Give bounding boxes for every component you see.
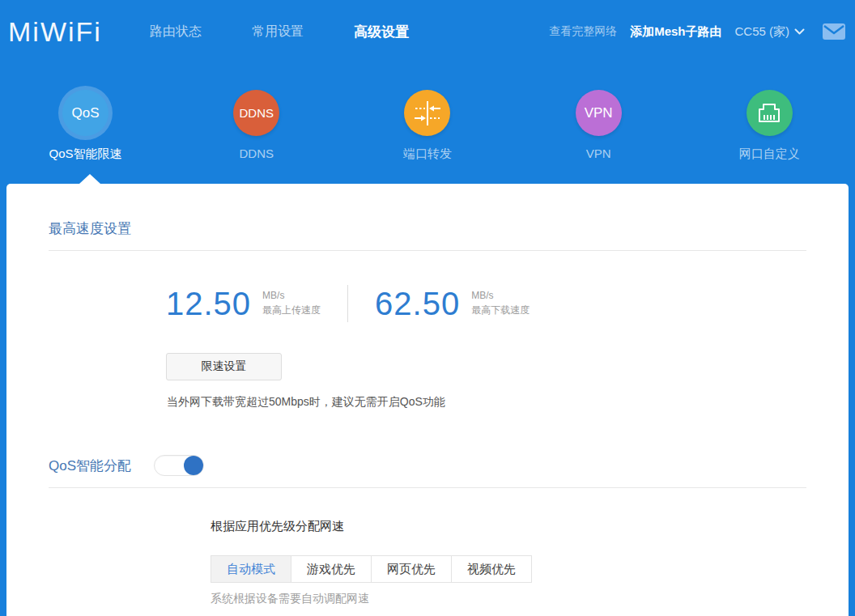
qos-icon-text: QoS	[72, 105, 100, 121]
content-card: 最高速度设置 12.50 MB/s 最高上传速度 62.50 MB/s 最高下载…	[6, 184, 849, 616]
icon-nav-ddns-label: DDNS	[240, 147, 274, 160]
view-full-network-link[interactable]: 查看完整网络	[549, 24, 617, 39]
nav-router-status[interactable]: 路由状态	[150, 23, 202, 40]
top-navbar: MiWiFi 路由状态 常用设置 高级设置 查看完整网络 添加Mesh子路由 C…	[0, 0, 855, 63]
icon-nav-ddns[interactable]: DDNS DDNS	[171, 63, 342, 160]
icon-nav-port-forward[interactable]: 端口转发	[342, 63, 513, 162]
download-speed-value: 62.50	[375, 286, 460, 322]
add-mesh-link[interactable]: 添加Mesh子路由	[630, 24, 721, 40]
nav-common-settings[interactable]: 常用设置	[252, 23, 304, 40]
upload-speed-block: 12.50 MB/s 最高上传速度	[166, 286, 321, 322]
icon-nav-vpn[interactable]: VPN VPN	[513, 63, 684, 160]
priority-mode-tabs: 自动模式 游戏优先 网页优先 视频优先	[211, 555, 806, 583]
icon-nav-ethernet-label: 网口自定义	[739, 147, 800, 162]
ethernet-port-icon	[747, 90, 793, 136]
allocation-subtitle: 根据应用优先级分配网速	[211, 519, 806, 534]
icon-nav-port-forward-label: 端口转发	[403, 147, 452, 162]
speed-row: 12.50 MB/s 最高上传速度 62.50 MB/s 最高下载速度	[166, 285, 806, 322]
speed-note: 当外网下载带宽超过50Mbps时，建议无需开启QoS功能	[167, 395, 806, 410]
download-speed-unit: MB/s	[471, 290, 530, 301]
icon-nav-qos[interactable]: QoS QoS智能限速	[0, 63, 171, 162]
icon-nav-vpn-label: VPN	[586, 147, 611, 160]
tab-web-priority[interactable]: 网页优先	[371, 555, 452, 583]
speed-section-title: 最高速度设置	[49, 184, 806, 238]
device-selector[interactable]: CC55 (家)	[734, 24, 805, 40]
qos-allocation-header: QoS智能分配	[49, 455, 806, 476]
tab-video-priority[interactable]: 视频优先	[451, 555, 532, 583]
upload-speed-value: 12.50	[166, 286, 251, 322]
divider	[49, 250, 806, 251]
icon-nav-qos-label: QoS智能限速	[49, 147, 122, 162]
vpn-icon-text: VPN	[585, 105, 613, 121]
vertical-divider	[347, 285, 348, 322]
miwifi-logo: MiWiFi	[8, 16, 150, 48]
divider	[49, 487, 806, 488]
ddns-icon-text: DDNS	[240, 106, 274, 120]
qos-section-title: QoS智能分配	[49, 457, 131, 475]
icon-nav-ethernet[interactable]: 网口自定义	[684, 63, 855, 162]
download-speed-block: 62.50 MB/s 最高下载速度	[375, 286, 530, 322]
upload-speed-caption: 最高上传速度	[262, 304, 321, 317]
upload-speed-unit: MB/s	[262, 290, 321, 301]
qos-icon: QoS	[62, 90, 108, 136]
nav-advanced-settings[interactable]: 高级设置	[354, 23, 409, 41]
ddns-icon: DDNS	[233, 90, 279, 136]
topbar-right: 查看完整网络 添加Mesh子路由 CC55 (家)	[549, 23, 845, 40]
card-notch	[79, 174, 100, 184]
qos-toggle[interactable]	[154, 455, 204, 476]
vpn-icon: VPN	[576, 90, 622, 136]
tabs-caption: 系统根据设备需要自动调配网速	[211, 592, 806, 606]
device-name: CC55 (家)	[734, 24, 789, 40]
speed-limit-button[interactable]: 限速设置	[166, 353, 282, 380]
main-nav: 路由状态 常用设置 高级设置	[150, 23, 409, 41]
advanced-settings-icon-nav: QoS QoS智能限速 DDNS DDNS 端口转发 VPN VPN	[0, 63, 855, 184]
qos-toggle-knob	[184, 456, 203, 475]
port-forward-icon	[404, 90, 450, 136]
download-speed-caption: 最高下载速度	[471, 304, 530, 317]
tab-game-priority[interactable]: 游戏优先	[291, 555, 372, 583]
mail-icon[interactable]	[823, 23, 845, 40]
chevron-down-icon	[794, 28, 805, 36]
tab-auto-mode[interactable]: 自动模式	[211, 555, 291, 583]
